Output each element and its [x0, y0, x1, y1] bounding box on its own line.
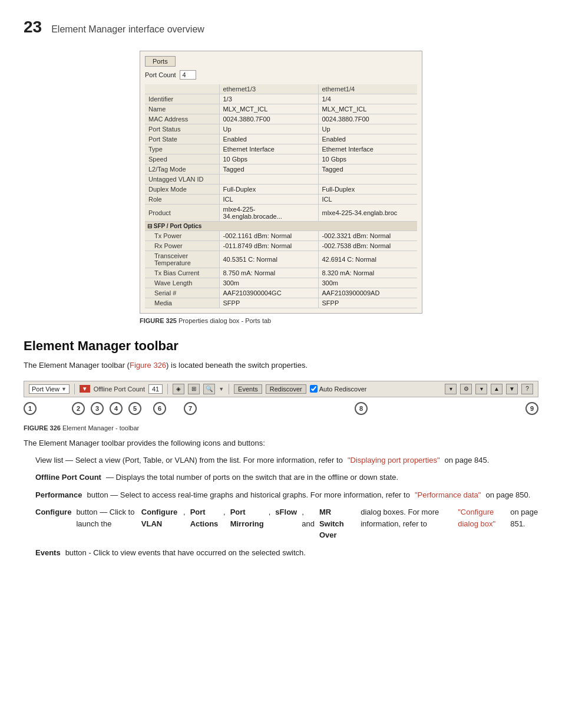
row-val2: Up — [318, 124, 417, 134]
list-item: Events button - Click to view events tha… — [35, 547, 538, 559]
row-val2: MLX_MCT_ICL — [318, 104, 417, 114]
auto-rediscover-label: Auto Rediscover — [319, 386, 367, 393]
separator-1 — [74, 384, 75, 394]
inline-link[interactable]: "Configure dialog box" — [458, 506, 505, 541]
table-row: Duplex Mode Full-Duplex Full-Duplex — [145, 185, 417, 195]
figure-326-container: Port View ▼ ▼ Offline Port Count 41 ◈ ⊞ … — [24, 381, 538, 431]
callout-1: 1 — [24, 402, 37, 415]
header-col1: ethernet1/3 — [219, 84, 318, 94]
row-val2: Full-Duplex — [318, 185, 417, 195]
view-label: Port View — [32, 386, 59, 393]
row-label: Tx Power — [145, 231, 219, 241]
list-item: Offline Port Count — Displays the total … — [35, 472, 538, 483]
row-val1: ICL — [219, 195, 318, 205]
row-val1: Up — [219, 124, 318, 134]
offline-count: 41 — [148, 384, 163, 394]
table-row: Media SFPP SFPP — [145, 298, 417, 308]
configure-button[interactable]: ⊞ — [188, 384, 200, 394]
row-val1: 1/3 — [219, 94, 318, 104]
row-val1: 40.5351 C: Normal — [219, 251, 318, 268]
list-item: Performance button — Select to access re… — [35, 489, 538, 501]
icon-btn-8a[interactable]: ▾ — [445, 384, 457, 394]
figure-326-link[interactable]: Figure 326 — [130, 361, 166, 370]
row-label: Untagged VLAN ID — [145, 174, 219, 185]
callout-9: 9 — [525, 402, 538, 415]
callout-7: 7 — [184, 402, 197, 415]
row-val1: AAF2103900004GC — [219, 288, 318, 298]
row-val2: -002.3321 dBm: Normal — [318, 231, 417, 241]
help-button[interactable]: ? — [521, 384, 533, 394]
auto-rediscover-checkbox-area[interactable]: Auto Rediscover — [310, 385, 367, 393]
header-empty — [145, 84, 219, 94]
figure-326-caption: FIGURE 326 Element Manager - toolbar — [24, 424, 538, 431]
row-val2: Ethernet Interface — [318, 144, 417, 154]
table-row: Name MLX_MCT_ICL MLX_MCT_ICL — [145, 104, 417, 114]
callout-4: 4 — [110, 402, 123, 415]
list-item: View list — Select a view (Port, Table, … — [35, 454, 538, 466]
port-count-value: 4 — [180, 70, 196, 80]
section-heading: Element Manager toolbar — [24, 338, 538, 354]
row-label: Identifier — [145, 94, 219, 104]
row-val2: 0024.3880.7F00 — [318, 114, 417, 124]
separator-3 — [229, 384, 229, 394]
row-label: Role — [145, 195, 219, 205]
column-headers: ethernet1/3 ethernet1/4 — [145, 84, 417, 94]
row-val2 — [318, 174, 417, 185]
icon-btn-8c[interactable]: ▾ — [475, 384, 487, 394]
events-button[interactable]: Events — [234, 384, 262, 394]
inline-link[interactable]: "Performance data" — [415, 489, 481, 501]
row-label: MAC Address — [145, 114, 219, 124]
properties-dialog-screenshot: Ports Port Count 4 ethernet1/3 ethernet1… — [140, 51, 422, 314]
row-val1: Full-Duplex — [219, 185, 318, 195]
icon-btn-up[interactable]: ▲ — [491, 384, 503, 394]
row-val1: 300m — [219, 278, 318, 288]
row-val1: MLX_MCT_ICL — [219, 104, 318, 114]
row-label: Type — [145, 144, 219, 154]
row-val2: mlxe4-225-34.englab.broc — [318, 205, 417, 222]
table-row: Speed 10 Gbps 10 Gbps — [145, 154, 417, 164]
row-val1 — [219, 174, 318, 185]
table-row: Serial # AAF2103900004GC AAF2103900009AD — [145, 288, 417, 298]
port-count-row: Port Count 4 — [145, 70, 417, 80]
auto-rediscover-checkbox[interactable] — [310, 385, 318, 393]
row-label: Port Status — [145, 124, 219, 134]
row-label: L2/Tag Mode — [145, 164, 219, 174]
row-val2: SFPP — [318, 298, 417, 308]
table-row: Identifier 1/3 1/4 — [145, 94, 417, 104]
page-header: 23 Element Manager interface overview — [24, 18, 538, 37]
perf-button[interactable]: ◈ — [173, 384, 184, 394]
rediscover-button[interactable]: Rediscover — [266, 384, 306, 394]
toolbar-items-list: View list — Select a view (Port, Table, … — [24, 454, 538, 559]
row-label: Transceiver Temperature — [145, 251, 219, 268]
row-label: Speed — [145, 154, 219, 164]
row-val1: SFPP — [219, 298, 318, 308]
sfp-section-header: ⊟ SFP / Port Optics — [145, 222, 417, 231]
table-row: L2/Tag Mode Tagged Tagged — [145, 164, 417, 174]
table-row: Transceiver Temperature 40.5351 C: Norma… — [145, 251, 417, 268]
row-label: Wave Length — [145, 278, 219, 288]
table-row: Tx Bias Current 8.750 mA: Normal 8.320 m… — [145, 268, 417, 278]
chapter-number: 23 — [24, 18, 42, 37]
table-row: Port Status Up Up — [145, 124, 417, 134]
figure-325-caption: FIGURE 325 Properties dialog box - Ports… — [140, 317, 422, 324]
table-row: Product mlxe4-225-34.englab.brocade... m… — [145, 205, 417, 222]
row-label: Media — [145, 298, 219, 308]
callout-3: 3 — [91, 402, 104, 415]
list-item: Configure button — Click to launch the C… — [35, 506, 538, 541]
table-row: Untagged VLAN ID — [145, 174, 417, 185]
icon-btn-gear[interactable]: ⚙ — [460, 384, 472, 394]
row-val2: AAF2103900009AD — [318, 288, 417, 298]
view-dropdown[interactable]: Port View ▼ — [29, 384, 70, 394]
row-val1: 0024.3880.7F00 — [219, 114, 318, 124]
row-val1: -002.1161 dBm: Normal — [219, 231, 318, 241]
inline-link[interactable]: "Displaying port properties" — [348, 454, 440, 466]
row-label: Product — [145, 205, 219, 222]
row-val2: 10 Gbps — [318, 154, 417, 164]
row-label: Tx Bias Current — [145, 268, 219, 278]
icon-btn-down[interactable]: ▼ — [506, 384, 518, 394]
row-val1: -011.8749 dBm: Normal — [219, 241, 318, 251]
search-icon[interactable]: 🔍 — [203, 384, 215, 394]
row-val2: Tagged — [318, 164, 417, 174]
row-val2: -002.7538 dBm: Normal — [318, 241, 417, 251]
callout-row: 1 2 3 4 5 6 7 8 9 — [24, 400, 538, 417]
